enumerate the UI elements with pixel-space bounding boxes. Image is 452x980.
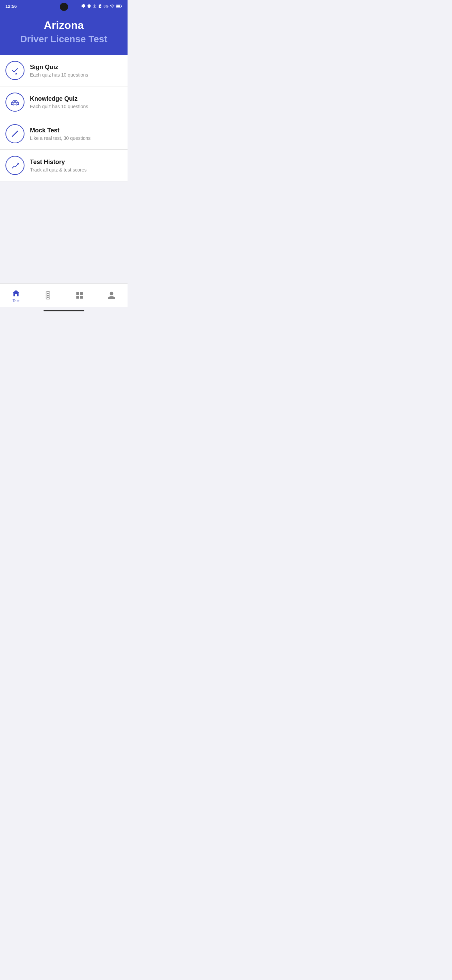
header: Arizona Driver License Test xyxy=(0,12,127,55)
svg-line-7 xyxy=(12,131,18,137)
test-history-item[interactable]: Test History Track all quiz & test score… xyxy=(0,150,127,181)
nav-test[interactable]: Test xyxy=(0,286,32,305)
network-type: 3G xyxy=(103,4,108,8)
status-time: 12:56 xyxy=(5,4,17,9)
traffic-icon xyxy=(43,291,53,300)
sign-quiz-title: Sign Quiz xyxy=(30,64,122,71)
bottom-navigation: Test xyxy=(0,283,127,307)
test-name: Driver License Test xyxy=(5,34,122,45)
svg-text:!: ! xyxy=(16,73,17,75)
mock-test-item[interactable]: Mock Test Like a real test, 30 questions xyxy=(0,118,127,150)
svg-point-10 xyxy=(47,294,48,296)
mock-test-title: Mock Test xyxy=(30,127,122,134)
mock-test-text: Mock Test Like a real test, 30 questions xyxy=(30,127,122,141)
test-history-subtitle: Track all quiz & test scores xyxy=(30,167,122,172)
knowledge-quiz-title: Knowledge Quiz xyxy=(30,95,122,102)
mock-test-icon xyxy=(5,124,24,143)
svg-point-6 xyxy=(16,104,17,105)
menu-list: ! Sign Quiz Each quiz has 10 questions K… xyxy=(0,55,127,181)
empty-content-area xyxy=(0,181,127,283)
sign-quiz-item[interactable]: ! Sign Quiz Each quiz has 10 questions xyxy=(0,55,127,86)
knowledge-quiz-item[interactable]: Knowledge Quiz Each quiz has 10 question… xyxy=(0,86,127,118)
nav-traffic[interactable] xyxy=(32,288,64,304)
svg-point-11 xyxy=(47,296,48,298)
test-history-icon xyxy=(5,156,24,175)
grid-icon xyxy=(75,291,84,300)
status-icons: 3G xyxy=(81,4,122,8)
mock-test-subtitle: Like a real test, 30 questions xyxy=(30,135,122,141)
knowledge-quiz-icon xyxy=(5,92,24,111)
profile-icon xyxy=(107,291,116,300)
test-history-title: Test History xyxy=(30,159,122,166)
home-indicator xyxy=(0,307,127,314)
svg-point-9 xyxy=(47,293,48,294)
svg-rect-2 xyxy=(121,5,122,7)
camera-notch xyxy=(60,3,68,11)
nav-categories[interactable] xyxy=(64,288,96,304)
sign-quiz-text: Sign Quiz Each quiz has 10 questions xyxy=(30,64,122,78)
svg-point-5 xyxy=(13,104,14,105)
home-icon xyxy=(11,288,21,298)
nav-profile[interactable] xyxy=(95,288,127,304)
test-history-text: Test History Track all quiz & test score… xyxy=(30,159,122,172)
svg-rect-1 xyxy=(116,5,120,7)
state-name: Arizona xyxy=(5,19,122,32)
sign-quiz-icon: ! xyxy=(5,61,24,80)
knowledge-quiz-subtitle: Each quiz has 10 questions xyxy=(30,104,122,109)
nav-test-label: Test xyxy=(13,299,19,303)
home-indicator-bar xyxy=(44,310,84,311)
knowledge-quiz-text: Knowledge Quiz Each quiz has 10 question… xyxy=(30,95,122,109)
sign-quiz-subtitle: Each quiz has 10 questions xyxy=(30,72,122,78)
